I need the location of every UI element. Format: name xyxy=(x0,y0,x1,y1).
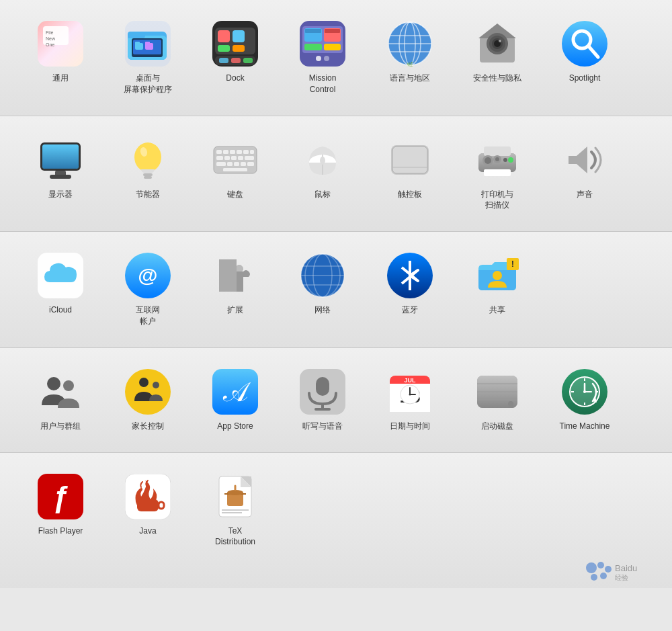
item-users[interactable]: 用户与群组 xyxy=(20,362,101,439)
svg-point-139 xyxy=(508,401,513,407)
svg-rect-72 xyxy=(231,156,237,160)
item-flash[interactable]: ƒ Flash Player xyxy=(20,466,101,544)
java-icon-wrapper xyxy=(124,473,171,520)
svg-rect-8 xyxy=(128,32,145,38)
dictation-icon xyxy=(300,369,345,415)
svg-text:Baidu: Baidu xyxy=(615,563,637,573)
svg-rect-32 xyxy=(324,44,341,50)
svg-rect-17 xyxy=(218,30,230,42)
item-trackpad[interactable]: 触控板 xyxy=(370,130,450,207)
svg-text:New: New xyxy=(46,36,56,41)
svg-point-92 xyxy=(503,158,507,162)
svg-rect-74 xyxy=(245,156,254,160)
item-network[interactable]: 网络 xyxy=(282,245,363,323)
item-tex[interactable]: TeXDistribution xyxy=(195,466,276,555)
appstore-label: App Store xyxy=(217,421,253,432)
svg-rect-70 xyxy=(216,156,223,160)
mouse-icon xyxy=(300,137,345,183)
item-parental[interactable]: 家长控制 xyxy=(108,362,188,439)
parental-icon-wrapper xyxy=(124,368,171,415)
general-icon-wrapper: File New One xyxy=(37,20,84,67)
svg-rect-80 xyxy=(223,168,247,171)
extensions-icon-wrapper xyxy=(212,252,259,299)
section-3: iCloud @ 互联网帐户 xyxy=(0,232,672,348)
desktop-icon xyxy=(125,21,171,67)
item-java[interactable]: Java xyxy=(108,466,188,544)
svg-point-34 xyxy=(324,56,329,61)
item-printer[interactable]: 打印机与扫描仪 xyxy=(457,130,538,218)
timemachine-icon-wrapper xyxy=(561,368,608,415)
flash-label: Flash Player xyxy=(38,525,83,537)
item-language[interactable]: 🌿 语言与地区 xyxy=(370,13,450,91)
item-mission[interactable]: MissionControl xyxy=(282,13,363,102)
section-3-grid: iCloud @ 互联网帐户 xyxy=(20,245,652,334)
svg-rect-28 xyxy=(305,29,321,33)
item-desktop[interactable]: 桌面与屏幕保护程序 xyxy=(108,13,188,102)
item-bluetooth[interactable]: 蓝牙 xyxy=(370,245,450,323)
item-display[interactable]: 显示器 xyxy=(20,130,101,207)
item-general[interactable]: File New One 通用 xyxy=(20,13,101,91)
sharing-icon: ! xyxy=(474,253,520,298)
display-icon xyxy=(38,137,83,183)
mission-icon-wrapper xyxy=(299,20,346,67)
svg-text:经验: 经验 xyxy=(615,574,628,581)
svg-rect-59 xyxy=(143,173,153,176)
svg-marker-97 xyxy=(569,146,587,173)
display-label: 显示器 xyxy=(48,189,73,200)
svg-point-96 xyxy=(495,157,499,161)
svg-point-116 xyxy=(139,378,149,387)
item-internet[interactable]: @ 互联网帐户 xyxy=(108,245,188,334)
sound-icon xyxy=(562,137,607,183)
item-timemachine[interactable]: Time Machine xyxy=(544,362,625,439)
item-dictation[interactable]: 听写与语音 xyxy=(282,362,363,439)
dictation-label: 听写与语音 xyxy=(302,421,343,432)
language-icon-wrapper: 🌿 xyxy=(386,20,433,67)
item-dock[interactable]: Dock xyxy=(195,13,276,91)
svg-point-94 xyxy=(485,157,491,164)
users-icon xyxy=(38,369,83,415)
svg-text:!: ! xyxy=(511,259,514,269)
desktop-label: 桌面与屏幕保护程序 xyxy=(124,73,172,95)
bluetooth-icon-wrapper xyxy=(386,252,433,299)
sound-icon-wrapper xyxy=(561,136,608,183)
item-spotlight[interactable]: Spotlight xyxy=(544,13,625,91)
item-startup[interactable]: 启动磁盘 xyxy=(457,362,538,439)
tex-icon xyxy=(212,474,258,519)
item-extensions[interactable]: 扩展 xyxy=(195,245,276,323)
item-icloud[interactable]: iCloud xyxy=(20,245,101,323)
item-sharing[interactable]: ! 共享 xyxy=(457,245,538,323)
item-sound[interactable]: 声音 xyxy=(544,130,625,207)
svg-rect-24 xyxy=(243,58,253,63)
svg-rect-89 xyxy=(484,146,511,156)
svg-point-82 xyxy=(320,157,325,165)
bluetooth-icon xyxy=(387,253,433,298)
svg-rect-79 xyxy=(247,162,254,166)
svg-text:JUL: JUL xyxy=(404,377,416,384)
item-appstore[interactable]: 𝒜 App Store xyxy=(195,362,276,439)
svg-point-162 xyxy=(586,562,597,573)
item-datetime[interactable]: JUL 18 日期与时间 xyxy=(370,362,450,439)
svg-rect-65 xyxy=(223,150,228,154)
item-security[interactable]: 安全性与隐私 xyxy=(457,13,538,91)
users-label: 用户与群组 xyxy=(40,421,81,432)
svg-rect-64 xyxy=(216,150,222,154)
section-2-grid: 显示器 节能器 xyxy=(20,130,652,218)
language-label: 语言与地区 xyxy=(390,73,430,84)
item-energy[interactable]: 节能器 xyxy=(108,130,188,207)
printer-label: 打印机与扫描仪 xyxy=(481,189,513,212)
extensions-icon xyxy=(212,253,258,298)
keyboard-label: 键盘 xyxy=(227,189,243,200)
svg-point-50 xyxy=(562,21,607,67)
internet-icon: @ xyxy=(125,253,171,298)
svg-rect-23 xyxy=(231,58,241,63)
section-4: 用户与群组 家长控制 xyxy=(0,348,672,453)
sharing-label: 共享 xyxy=(489,304,505,316)
energy-label: 节能器 xyxy=(136,189,160,200)
keyboard-icon xyxy=(212,137,258,183)
section-2: 显示器 节能器 xyxy=(0,116,672,233)
internet-label: 互联网帐户 xyxy=(136,304,160,327)
svg-rect-73 xyxy=(238,156,243,160)
item-mouse[interactable]: 鼠标 xyxy=(282,130,363,207)
item-keyboard[interactable]: 键盘 xyxy=(195,130,276,207)
section-1: File New One 通用 xyxy=(0,0,672,116)
